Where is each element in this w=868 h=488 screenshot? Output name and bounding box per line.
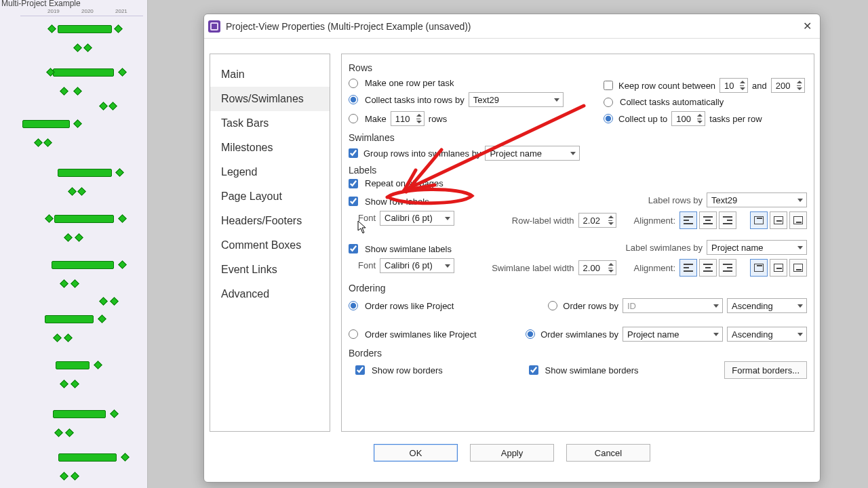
- align-row-top[interactable]: [750, 211, 768, 229]
- gantt-timeline: 2019 2020 2021: [20, 9, 143, 16]
- cursor-icon: [357, 220, 367, 234]
- spin-make-rows[interactable]: 110: [391, 111, 425, 126]
- align-swim-center[interactable]: [699, 259, 717, 277]
- spin-row-width[interactable]: 2.02: [578, 213, 616, 228]
- spin-keep-min[interactable]: 10: [719, 78, 748, 93]
- combo-order-swim-dir[interactable]: Ascending: [727, 327, 807, 342]
- dialog-title: Project-View Properties (Multi-Project E…: [226, 21, 800, 32]
- check-show-swim-labels[interactable]: Show swimlane labels: [349, 244, 454, 254]
- app-icon: [208, 20, 220, 33]
- align-row-right[interactable]: [719, 211, 736, 229]
- align-swim-right[interactable]: [719, 259, 736, 277]
- combo-order-rows-field[interactable]: ID: [623, 298, 723, 313]
- combo-order-rows-dir[interactable]: Ascending: [727, 298, 807, 313]
- radio-order-rows-like[interactable]: Order rows like Project: [349, 301, 454, 311]
- align-row-middle[interactable]: [770, 211, 787, 229]
- align-swim-h: [679, 259, 736, 277]
- spin-keep-max[interactable]: 200: [771, 78, 805, 93]
- apply-button[interactable]: Apply: [470, 444, 554, 462]
- nav-task-bars[interactable]: Task Bars: [210, 111, 330, 136]
- check-show-row-labels[interactable]: Show row labels: [349, 197, 454, 207]
- radio-collect-auto[interactable]: Collect tasks automatically: [604, 97, 807, 107]
- ok-button[interactable]: OK: [374, 444, 458, 462]
- align-swim-top[interactable]: [750, 259, 768, 277]
- section-swimlanes-title: Swimlanes: [349, 132, 807, 143]
- content-panel: Rows Make one row per task Collect tasks…: [341, 54, 814, 432]
- titlebar: Project-View Properties (Multi-Project E…: [204, 14, 820, 39]
- check-repeat-pages[interactable]: Repeat on all pages: [349, 178, 807, 188]
- align-row-h: [679, 211, 736, 229]
- section-rows-title: Rows: [349, 62, 807, 73]
- nav-sidebar: Main Rows/Swimlanes Task Bars Milestones…: [210, 54, 330, 432]
- nav-event-links[interactable]: Event Links: [210, 258, 330, 282]
- radio-one-per-task[interactable]: Make one row per task: [349, 78, 564, 88]
- check-swim-borders[interactable]: Show swimlane borders: [529, 365, 639, 375]
- align-swim-middle[interactable]: [770, 259, 787, 277]
- nav-page-layout[interactable]: Page Layout: [210, 184, 330, 209]
- combo-row-font[interactable]: Calibri (6 pt): [380, 211, 454, 226]
- combo-label-rows-by[interactable]: Text29: [707, 192, 807, 207]
- combo-order-swim-field[interactable]: Project name: [623, 327, 723, 342]
- align-swim-left[interactable]: [679, 259, 697, 277]
- nav-legend[interactable]: Legend: [210, 160, 330, 184]
- cancel-button[interactable]: Cancel: [566, 444, 650, 462]
- nav-advanced[interactable]: Advanced: [210, 282, 330, 306]
- spin-swim-width[interactable]: 2.00: [578, 260, 616, 275]
- gantt-background: Multi-Project Example 2019 2020 2021 // …: [0, 0, 148, 488]
- properties-dialog: Project-View Properties (Multi-Project E…: [203, 14, 821, 483]
- nav-comment-boxes[interactable]: Comment Boxes: [210, 233, 330, 258]
- section-labels-title: Labels: [349, 165, 807, 176]
- nav-milestones[interactable]: Milestones: [210, 136, 330, 160]
- check-row-borders[interactable]: Show row borders: [355, 365, 443, 375]
- nav-rows-swimlanes[interactable]: Rows/Swimlanes: [210, 87, 330, 111]
- nav-headers-footers[interactable]: Headers/Footers: [210, 209, 330, 233]
- radio-collect-by[interactable]: Collect tasks into rows by Text29: [349, 92, 564, 107]
- combo-swim-font[interactable]: Calibri (6 pt): [380, 258, 454, 273]
- dialog-buttons: OK Apply Cancel: [204, 437, 820, 464]
- radio-order-swim-by[interactable]: Order swimlanes by: [526, 329, 618, 340]
- align-row-v: [750, 211, 807, 229]
- nav-main[interactable]: Main: [210, 62, 330, 87]
- align-row-left[interactable]: [679, 211, 697, 229]
- combo-collect-by[interactable]: Text29: [469, 92, 564, 107]
- check-keep-count[interactable]: Keep row count between: [604, 81, 715, 91]
- align-row-bottom[interactable]: [789, 211, 807, 229]
- section-ordering-title: Ordering: [349, 283, 807, 293]
- section-borders-title: Borders: [349, 348, 807, 359]
- combo-swimlane-by[interactable]: Project name: [485, 146, 580, 161]
- radio-collect-upto[interactable]: Collect up to: [604, 114, 667, 124]
- align-swim-v: [750, 259, 807, 277]
- format-borders-button[interactable]: Format borders...: [724, 361, 807, 379]
- spin-upto[interactable]: 100: [671, 111, 705, 126]
- check-group-swimlanes[interactable]: Group rows into swimlanes by: [349, 148, 481, 159]
- combo-label-swim-by[interactable]: Project name: [707, 240, 807, 255]
- align-swim-bottom[interactable]: [789, 259, 807, 277]
- radio-order-swim-like[interactable]: Order swimlanes like Project: [349, 329, 477, 340]
- align-row-center[interactable]: [699, 211, 717, 229]
- close-icon[interactable]: ✕: [800, 19, 814, 34]
- radio-make-rows[interactable]: Make 110 rows: [349, 111, 564, 126]
- radio-order-rows-by[interactable]: Order rows by: [548, 301, 618, 311]
